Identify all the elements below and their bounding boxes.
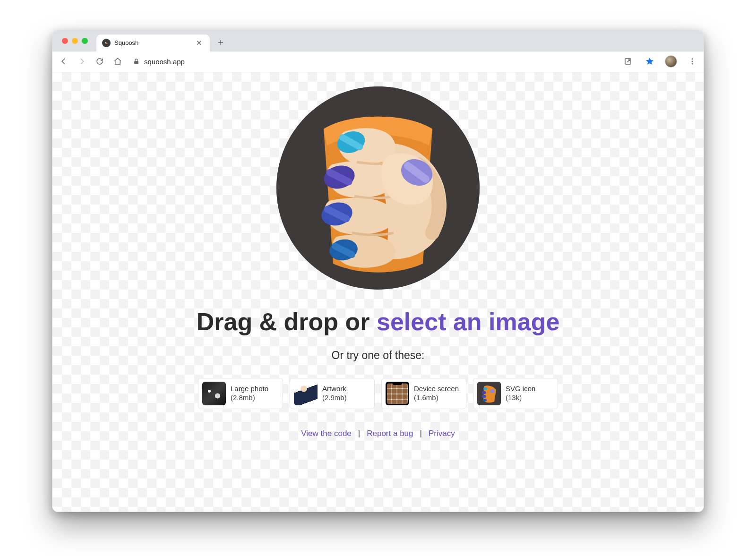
separator-icon: | <box>420 429 422 438</box>
sample-meta: (1.6mb) <box>414 393 459 402</box>
sample-subhead: Or try one of these: <box>332 349 425 362</box>
footer-links: View the code | Report a bug | Privacy <box>301 429 455 438</box>
svg-point-17 <box>482 394 486 397</box>
page-content: Drag & drop or select an image Or try on… <box>52 72 704 512</box>
sample-thumb-icon <box>294 382 318 405</box>
sample-svg-icon[interactable]: SVG icon (13k) <box>473 378 558 409</box>
svg-point-15 <box>483 387 487 390</box>
menu-button[interactable] <box>686 55 699 68</box>
tab-title: Squoosh <box>114 39 190 46</box>
tab-strip: Squoosh ✕ ＋ <box>52 31 704 51</box>
new-tab-button[interactable]: ＋ <box>214 35 228 50</box>
svg-point-16 <box>482 391 486 393</box>
svg-point-4 <box>692 58 693 60</box>
sample-meta: (13k) <box>506 393 535 402</box>
minimize-window-button[interactable] <box>72 38 78 44</box>
privacy-link[interactable]: Privacy <box>429 429 455 438</box>
sample-large-photo[interactable]: Large photo (2.8mb) <box>198 378 283 409</box>
headline-prefix: Drag & drop or <box>197 308 377 335</box>
sample-thumb-icon <box>386 382 409 405</box>
svg-point-19 <box>490 389 495 393</box>
browser-toolbar: squoosh.app <box>52 51 704 72</box>
lock-icon <box>132 57 140 66</box>
browser-tab[interactable]: Squoosh ✕ <box>96 34 210 51</box>
report-bug-link[interactable]: Report a bug <box>367 429 413 438</box>
svg-rect-2 <box>134 61 138 64</box>
reload-button[interactable] <box>93 55 106 68</box>
sample-thumb-icon <box>202 382 226 405</box>
close-window-button[interactable] <box>62 38 68 44</box>
forward-button[interactable] <box>75 55 88 68</box>
svg-point-18 <box>483 399 487 402</box>
sample-list: Large photo (2.8mb) Artwork (2.9mb) Devi… <box>198 378 558 409</box>
tab-close-icon[interactable]: ✕ <box>194 39 204 47</box>
svg-point-5 <box>692 61 693 62</box>
maximize-window-button[interactable] <box>82 38 88 44</box>
squoosh-logo <box>276 86 480 290</box>
sample-meta: (2.9mb) <box>322 393 347 402</box>
browser-window: Squoosh ✕ ＋ squoosh.app <box>52 30 704 512</box>
open-external-icon[interactable] <box>621 55 635 68</box>
select-image-link[interactable]: select an image <box>377 308 559 335</box>
sample-label: Artwork <box>322 385 347 393</box>
profile-avatar[interactable] <box>665 55 677 68</box>
svg-point-1 <box>105 42 106 43</box>
window-controls <box>56 31 94 51</box>
address-url: squoosh.app <box>144 58 185 66</box>
svg-point-6 <box>692 63 693 65</box>
sample-device-screen[interactable]: Device screen (1.6mb) <box>381 378 466 409</box>
sample-meta: (2.8mb) <box>231 393 268 402</box>
sample-thumb-icon <box>477 382 501 405</box>
view-code-link[interactable]: View the code <box>301 429 351 438</box>
sample-label: Large photo <box>231 385 268 393</box>
bookmark-star-icon[interactable] <box>643 55 656 68</box>
sample-label: Device screen <box>414 385 459 393</box>
address-bar[interactable]: squoosh.app <box>129 54 188 69</box>
sample-artwork[interactable]: Artwork (2.9mb) <box>290 378 375 409</box>
tab-favicon <box>102 39 111 47</box>
sample-label: SVG icon <box>506 385 535 393</box>
back-button[interactable] <box>57 55 70 68</box>
home-button[interactable] <box>111 55 124 68</box>
separator-icon: | <box>358 429 360 438</box>
drop-headline: Drag & drop or select an image <box>197 308 560 336</box>
